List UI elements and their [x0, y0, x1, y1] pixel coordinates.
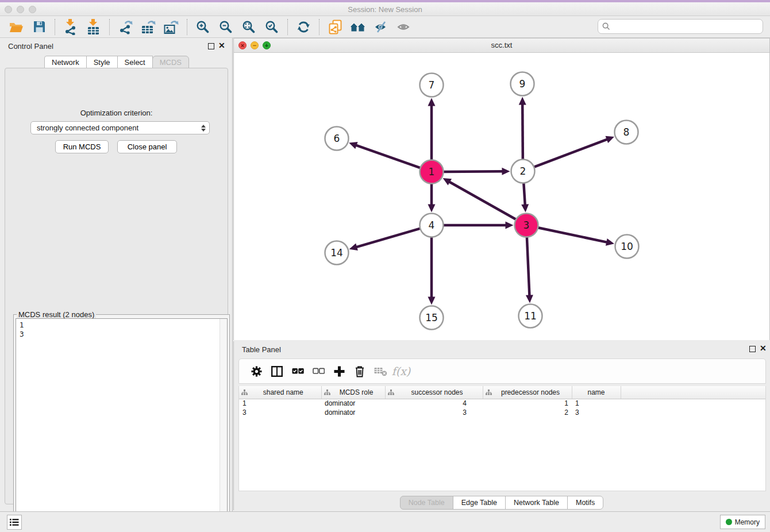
export-network-icon[interactable] — [116, 18, 135, 36]
graph-edge-4-14[interactable] — [356, 228, 421, 247]
network-view-window: × − + scc.txt 7968124314101511 — [233, 38, 770, 340]
graph-edge-arrowhead — [428, 98, 436, 106]
graph-edge-arrowhead — [428, 297, 436, 305]
toolbar-separator — [319, 19, 319, 35]
export-image-icon[interactable] — [161, 18, 181, 36]
column-header-name[interactable]: name — [572, 386, 621, 399]
tab-motifs[interactable]: Motifs — [567, 496, 603, 510]
control-panel-title: Control Panel — [8, 42, 53, 51]
mcds-result-text[interactable]: 1 3 — [16, 318, 228, 529]
criterion-dropdown[interactable]: strongly connected component — [30, 121, 210, 134]
graph-edge-arrowhead — [521, 204, 529, 212]
graph-edge-arrowhead — [606, 238, 614, 246]
search-box[interactable] — [598, 19, 763, 34]
graph-edge-2-9[interactable] — [522, 103, 523, 160]
column-header-predecessor-nodes[interactable]: predecessor nodes — [483, 386, 572, 399]
tab-node-table[interactable]: Node Table — [400, 496, 453, 510]
node-table[interactable]: shared name MCDS role successor nodes pr… — [238, 386, 766, 491]
status-bar: Memory — [0, 511, 770, 532]
delete-column-trash-icon[interactable] — [349, 361, 370, 381]
float-table-panel-icon[interactable] — [749, 346, 756, 352]
graph-node-label: 2 — [520, 165, 526, 177]
import-network-icon[interactable] — [61, 18, 80, 36]
column-header-filler — [621, 386, 765, 399]
close-panel-button[interactable]: Close panel — [117, 140, 177, 153]
home-icon[interactable] — [348, 18, 368, 36]
open-file-icon[interactable] — [6, 18, 26, 36]
save-session-icon[interactable] — [29, 18, 49, 36]
graph-node-label: 9 — [519, 78, 526, 90]
optimization-criterion-label: Optimization criterion: — [5, 109, 228, 117]
graph-edge-3-11[interactable] — [527, 236, 530, 296]
table-header-row: shared name MCDS role successor nodes pr… — [239, 386, 765, 399]
toolbar-separator — [287, 19, 288, 35]
graph-node-label: 8 — [623, 126, 630, 138]
graph-edge-1-2[interactable] — [442, 171, 503, 172]
tab-network-table[interactable]: Network Table — [505, 496, 568, 510]
table-panel-title: Table Panel — [242, 345, 281, 354]
function-builder-icon[interactable]: f(x) — [391, 361, 411, 381]
graph-node-label: 7 — [429, 79, 435, 91]
delete-table-icon[interactable] — [370, 361, 391, 381]
zoom-fit-icon[interactable] — [239, 18, 259, 36]
graph-edge-3-10[interactable] — [537, 228, 607, 242]
list-icon — [10, 518, 19, 526]
run-mcds-button[interactable]: Run MCDS — [55, 140, 109, 153]
graph-edge-arrowhead — [502, 168, 510, 175]
tab-mcds[interactable]: MCDS — [152, 56, 189, 68]
graph-edge-arrowhead — [428, 205, 436, 213]
dropdown-stepper-icon — [201, 125, 206, 132]
deselect-all-columns-icon[interactable] — [308, 361, 329, 381]
zoom-selected-icon[interactable] — [262, 18, 282, 36]
duplicate-network-icon[interactable] — [325, 18, 345, 36]
column-header-mcds-role[interactable]: MCDS role — [321, 386, 385, 399]
tab-network[interactable]: Network — [44, 56, 87, 68]
toolbar-separator — [55, 19, 55, 35]
mcds-result-scrollbar[interactable] — [220, 319, 227, 528]
zoom-in-icon[interactable] — [193, 18, 213, 36]
graph-edge-1-6[interactable] — [356, 145, 421, 168]
column-type-icon — [324, 390, 330, 395]
graph-node-label: 11 — [524, 310, 537, 322]
graph-node-label: 3 — [523, 219, 530, 231]
graph-node-label: 15 — [425, 312, 438, 323]
show-panels-eye-icon[interactable] — [394, 18, 414, 36]
network-graph[interactable]: 7968124314101511 — [234, 53, 769, 340]
tab-style[interactable]: Style — [86, 56, 118, 68]
split-panel-columns-icon[interactable] — [267, 361, 287, 381]
float-panel-icon[interactable] — [208, 43, 214, 49]
memory-button[interactable]: Memory — [720, 515, 765, 529]
graph-node-label: 10 — [621, 241, 633, 252]
table-settings-gear-icon[interactable] — [246, 361, 267, 381]
table-row[interactable]: 3 dominator 3 2 3 — [239, 408, 765, 417]
mcds-result-line: 1 — [20, 321, 227, 330]
column-type-icon — [241, 390, 248, 395]
mcds-result-title: MCDS result (2 nodes) — [17, 310, 96, 319]
column-header-successor-nodes[interactable]: successor nodes — [385, 386, 483, 399]
graph-edge-2-3[interactable] — [523, 182, 525, 205]
select-all-columns-icon[interactable] — [287, 361, 308, 381]
tab-select[interactable]: Select — [117, 56, 153, 68]
task-history-button[interactable] — [7, 515, 22, 530]
folder-back — [10, 23, 22, 26]
add-column-plus-icon[interactable] — [329, 361, 349, 381]
network-canvas[interactable]: 7968124314101511 — [234, 53, 769, 340]
apply-layout-icon[interactable] — [294, 18, 313, 36]
close-panel-icon[interactable]: ✕ — [218, 41, 225, 50]
table-row[interactable]: 1 dominator 4 1 1 — [239, 399, 765, 408]
graph-edge-2-8[interactable] — [533, 139, 607, 167]
import-table-icon[interactable] — [84, 18, 103, 36]
control-panel: Control Panel ✕ Network Style Select MCD… — [0, 38, 233, 511]
graph-node-label: 6 — [334, 133, 340, 144]
mcds-result-fieldset: MCDS result (2 nodes) 1 3 — [13, 314, 230, 531]
column-header-shared-name[interactable]: shared name — [239, 386, 321, 399]
tab-edge-table[interactable]: Edge Table — [453, 496, 506, 510]
graph-edge-3-1[interactable] — [449, 182, 517, 219]
search-input[interactable] — [610, 21, 763, 32]
graph-node-label: 14 — [330, 247, 343, 259]
session-title: Session: New Session — [0, 5, 770, 14]
hide-panels-eye-icon[interactable] — [371, 18, 391, 36]
zoom-out-icon[interactable] — [216, 18, 236, 36]
close-table-panel-icon[interactable]: ✕ — [760, 344, 767, 353]
export-table-icon[interactable] — [138, 18, 158, 36]
